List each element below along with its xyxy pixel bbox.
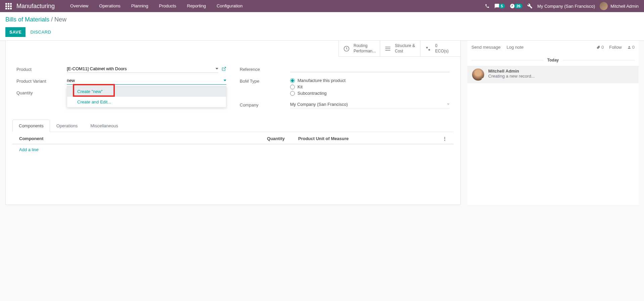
stat-eco[interactable]: 0 ECO(s) <box>420 41 460 57</box>
stat-label: ECO(s) <box>435 49 449 54</box>
message-author[interactable]: Mitchell Admin <box>488 69 535 74</box>
label-reference: Reference <box>240 65 290 74</box>
chatter: Send message Log note 0 Follow 0 Today <box>467 41 639 205</box>
save-button[interactable]: SAVE <box>5 27 26 37</box>
debug-icon[interactable] <box>527 3 533 9</box>
label-quantity: Quantity <box>16 88 67 97</box>
chatter-message: Mitchell Admin Creating a new record... <box>467 66 639 83</box>
svg-rect-1 <box>385 47 390 47</box>
dropdown-create-new[interactable]: Create "new" <box>67 86 226 97</box>
label-product: Product <box>16 65 67 74</box>
bomtype-radio-group: Manufacture this product Kit Subcontract… <box>290 77 450 97</box>
breadcrumb-sep: / <box>51 16 54 23</box>
tab-operations[interactable]: Operations <box>50 120 84 132</box>
attachments-button[interactable]: 0 <box>596 45 604 50</box>
svg-rect-3 <box>385 50 390 51</box>
messages-badge: 5 <box>499 4 505 8</box>
avatar[interactable] <box>472 69 484 81</box>
radio-subcontracting[interactable]: Subcontracting <box>290 91 450 96</box>
menu-overview[interactable]: Overview <box>65 0 94 12</box>
product-input[interactable] <box>67 66 216 71</box>
svg-rect-2 <box>385 48 390 49</box>
variant-field[interactable] <box>67 77 226 85</box>
phone-icon[interactable] <box>485 4 490 8</box>
activities-badge: 26 <box>514 4 522 8</box>
apps-icon[interactable] <box>5 3 12 9</box>
messages-icon[interactable]: 5 <box>494 3 505 9</box>
user-name: Mitchell Admin <box>610 4 639 9</box>
stat-count: 0 <box>435 43 449 49</box>
followers-button[interactable]: 0 <box>627 45 635 50</box>
stat-label: Performan... <box>354 49 376 54</box>
label-variant: Product Variant <box>16 77 67 86</box>
tab-components[interactable]: Components <box>12 120 50 132</box>
dropdown-create-edit[interactable]: Create and Edit... <box>67 97 226 107</box>
variant-dropdown: Create "new" Create and Edit... <box>67 86 226 108</box>
col-component[interactable]: Component <box>12 133 251 144</box>
tab-miscellaneous[interactable]: Miscellaneous <box>84 120 124 132</box>
control-panel: Bills of Materials / New SAVE DISCARD <box>0 12 644 41</box>
caret-icon[interactable] <box>224 80 226 81</box>
svg-point-5 <box>428 49 430 50</box>
col-options[interactable]: ⋮ <box>436 133 454 144</box>
stat-structure[interactable]: Structure & Cost <box>380 41 420 57</box>
stat-button-box: Routing Performan... Structure & Cost <box>6 41 460 57</box>
breadcrumb-leaf: New <box>54 16 66 23</box>
discard-button[interactable]: DISCARD <box>29 27 52 37</box>
external-link-icon[interactable] <box>222 67 226 71</box>
online-status-icon <box>481 78 484 81</box>
notebook: Components Operations Miscellaneous Comp… <box>12 120 454 156</box>
components-table: Component Quantity Product Unit of Measu… <box>12 133 454 144</box>
label-bomtype: BoM Type <box>240 77 290 86</box>
follow-button[interactable]: Follow <box>609 45 622 50</box>
stat-routing[interactable]: Routing Performan... <box>338 41 380 57</box>
stat-label: Cost <box>395 49 415 54</box>
variant-input[interactable] <box>67 78 224 83</box>
menu-reporting[interactable]: Reporting <box>182 0 211 12</box>
breadcrumb-root[interactable]: Bills of Materials <box>5 16 49 23</box>
menu-planning[interactable]: Planning <box>126 0 154 12</box>
activities-icon[interactable]: 26 <box>510 3 522 9</box>
col-uom[interactable]: Product Unit of Measure <box>291 133 436 144</box>
log-note-button[interactable]: Log note <box>507 45 524 50</box>
label-company: Company <box>240 100 290 110</box>
reference-field[interactable] <box>290 65 450 72</box>
radio-kit[interactable]: Kit <box>290 84 450 89</box>
svg-point-4 <box>426 47 428 48</box>
company-value: My Company (San Francisco) <box>290 102 348 107</box>
top-navbar: Manufacturing Overview Operations Planni… <box>0 0 644 12</box>
caret-icon[interactable] <box>447 103 450 105</box>
company-name: My Company (San Francisco) <box>537 4 595 9</box>
menu-products[interactable]: Products <box>153 0 181 12</box>
app-title[interactable]: Manufacturing <box>16 3 55 10</box>
send-message-button[interactable]: Send message <box>471 45 501 50</box>
main-menu: Overview Operations Planning Products Re… <box>65 0 248 12</box>
chatter-date-divider: Today <box>471 58 635 62</box>
form-sheet: Routing Performan... Structure & Cost <box>5 40 461 205</box>
col-quantity[interactable]: Quantity <box>251 133 291 144</box>
company-switcher[interactable]: My Company (San Francisco) <box>537 4 595 9</box>
breadcrumb: Bills of Materials / New <box>5 16 639 23</box>
list-icon <box>384 45 392 52</box>
avatar-icon <box>600 2 608 10</box>
message-text: Creating a new record... <box>488 74 535 79</box>
paperclip-icon <box>596 45 600 49</box>
user-menu[interactable]: Mitchell Admin <box>600 2 639 10</box>
add-line-link[interactable]: Add a line <box>12 144 454 155</box>
company-field[interactable]: My Company (San Francisco) <box>290 100 450 109</box>
user-icon <box>627 45 631 49</box>
radio-manufacture[interactable]: Manufacture this product <box>290 78 450 83</box>
caret-icon[interactable] <box>216 68 218 70</box>
stat-label: Structure & <box>395 43 415 49</box>
stat-label: Routing <box>354 43 376 49</box>
product-field[interactable] <box>67 65 218 73</box>
menu-configuration[interactable]: Configuration <box>211 0 248 12</box>
clock-icon <box>343 45 350 52</box>
gears-icon <box>424 45 432 52</box>
menu-operations[interactable]: Operations <box>94 0 126 12</box>
